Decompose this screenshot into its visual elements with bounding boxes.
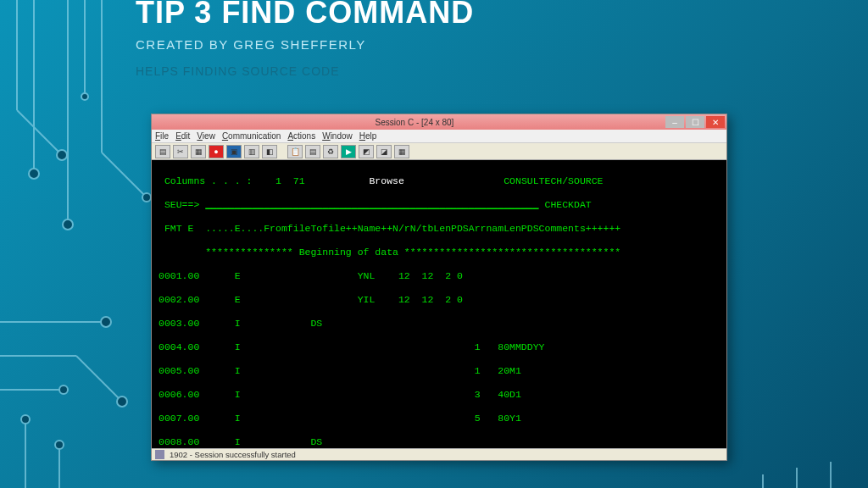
menu-actions[interactable]: Actions — [287, 131, 315, 141]
slide-description: HELPS FINDING SOURCE CODE — [136, 64, 339, 78]
toolbar-button[interactable]: ▦ — [191, 145, 206, 158]
toolbar-button[interactable]: 📋 — [287, 145, 303, 158]
terminal-screen[interactable]: Columns . . . : 1 71 Browse CONSULTECH/S… — [152, 160, 726, 448]
fmt-line: FMT E .....E....FromfileTofile++Name++N/… — [159, 223, 720, 235]
source-line: 0002.00 E YIL 12 12 2 0 — [159, 294, 720, 306]
svg-point-20 — [21, 415, 30, 424]
toolbar: ▤ ✂ ▦ ● ▣ ▥ ◧ 📋 ▤ ♻ ▶ ◩ ◪ ▦ — [152, 143, 726, 160]
menu-view[interactable]: View — [197, 131, 215, 141]
minimize-button[interactable]: – — [665, 116, 684, 128]
menu-bar: File Edit View Communication Actions Win… — [152, 130, 726, 143]
menu-communication[interactable]: Communication — [222, 131, 281, 141]
toolbar-button[interactable]: ◧ — [262, 145, 277, 158]
status-bar: 1902 - Session successfully started — [152, 448, 726, 460]
source-line: 0003.00 I DS — [159, 318, 720, 330]
close-button[interactable]: ✕ — [706, 116, 725, 128]
svg-point-11 — [81, 93, 88, 100]
svg-line-5 — [17, 110, 59, 152]
toolbar-button[interactable]: ▦ — [394, 145, 409, 158]
seu-command-input[interactable]: ________________________________________… — [205, 199, 538, 211]
svg-point-6 — [57, 150, 67, 160]
toolbar-button[interactable]: ▥ — [244, 145, 259, 158]
seu-prompt: SEU==> — [159, 199, 205, 211]
toolbar-button[interactable]: ◩ — [359, 145, 374, 158]
svg-point-22 — [55, 441, 64, 449]
terminal-window: Session C - [24 x 80] – ☐ ✕ File Edit Vi… — [151, 114, 727, 461]
menu-file[interactable]: File — [155, 131, 169, 141]
slide-title: TIP 3 FIND COMMAND — [136, 0, 474, 30]
toolbar-button[interactable]: ✂ — [173, 145, 188, 158]
library-member: CONSULTECH/SOURCE — [404, 175, 604, 187]
svg-point-9 — [142, 193, 151, 202]
source-line: 0001.00 E YNL 12 12 2 0 — [159, 270, 720, 282]
toolbar-button[interactable]: ▶ — [341, 145, 356, 158]
browse-mode: Browse — [369, 175, 403, 187]
svg-point-13 — [101, 317, 111, 327]
title-bar[interactable]: Session C - [24 x 80] – ☐ ✕ — [152, 114, 726, 130]
source-line: 0007.00 I 5 80Y1 — [159, 413, 720, 424]
columns-label: Columns . . . : 1 71 — [159, 175, 369, 187]
begin-data-line: *************** Beginning of data ******… — [159, 247, 720, 258]
member-name: CHECKDAT — [539, 199, 592, 211]
source-line: 0006.00 I 3 40D1 — [159, 389, 720, 401]
source-line: 0004.00 I 1 80MMDDYY — [159, 341, 720, 353]
toolbar-button[interactable]: ♻ — [323, 145, 338, 158]
toolbar-button[interactable]: ● — [209, 145, 224, 158]
menu-help[interactable]: Help — [359, 131, 377, 141]
svg-line-8 — [102, 152, 144, 195]
menu-edit[interactable]: Edit — [175, 131, 190, 141]
toolbar-button[interactable]: ▣ — [226, 145, 242, 158]
window-title: Session C - [24 x 80] — [164, 118, 665, 127]
svg-point-16 — [117, 396, 127, 407]
toolbar-button[interactable]: ▤ — [305, 145, 320, 158]
svg-point-3 — [63, 219, 73, 230]
svg-point-1 — [29, 169, 39, 179]
svg-point-18 — [59, 385, 68, 394]
menu-window[interactable]: Window — [322, 131, 353, 141]
source-line: 0008.00 I DS — [159, 436, 720, 448]
maximize-button[interactable]: ☐ — [686, 116, 704, 128]
status-text: 1902 - Session successfully started — [170, 450, 296, 459]
toolbar-button[interactable]: ◪ — [376, 145, 392, 158]
toolbar-button[interactable]: ▤ — [155, 145, 170, 158]
svg-line-15 — [76, 356, 119, 398]
source-line: 0005.00 I 1 20M1 — [159, 365, 720, 377]
slide-subtitle: CREATED BY GREG SHEFFERLY — [136, 37, 366, 52]
status-icon — [155, 450, 164, 459]
